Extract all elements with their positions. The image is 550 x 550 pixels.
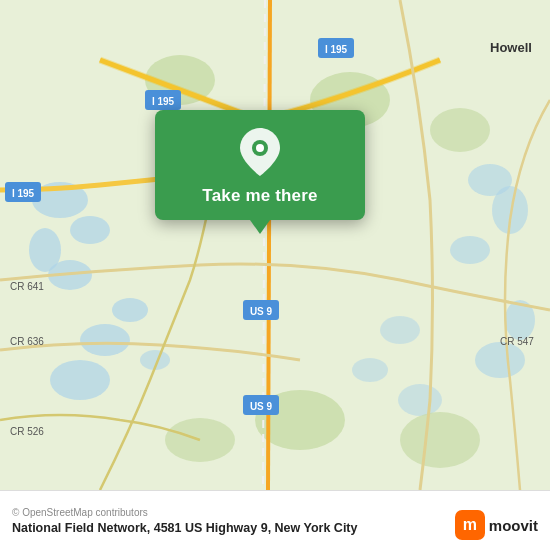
popup-card[interactable]: Take me there	[155, 110, 365, 220]
svg-text:I 195: I 195	[325, 44, 348, 55]
svg-point-11	[450, 236, 490, 264]
moovit-icon: m	[455, 510, 485, 540]
svg-text:CR 526: CR 526	[10, 426, 44, 437]
location-name: National Field Network, 4581 US Highway …	[12, 521, 432, 535]
svg-point-14	[380, 316, 420, 344]
svg-point-39	[256, 144, 264, 152]
map-container: I 195 I 195 I 195 US 9 US 9 CR 641 CR 63…	[0, 0, 550, 490]
svg-point-2	[70, 216, 110, 244]
svg-point-7	[50, 360, 110, 400]
svg-point-5	[112, 298, 148, 322]
svg-text:CR 641: CR 641	[10, 281, 44, 292]
svg-text:US 9: US 9	[250, 401, 273, 412]
svg-point-16	[398, 384, 442, 416]
moovit-logo: m moovit	[455, 510, 538, 540]
location-pin-icon	[236, 128, 284, 176]
map-background: I 195 I 195 I 195 US 9 US 9 CR 641 CR 63…	[0, 0, 550, 490]
svg-text:I 195: I 195	[152, 96, 175, 107]
svg-point-22	[400, 412, 480, 468]
svg-point-19	[430, 108, 490, 152]
take-me-there-label: Take me there	[202, 186, 317, 206]
bottom-bar: © OpenStreetMap contributors National Fi…	[0, 490, 550, 550]
moovit-text: moovit	[489, 517, 538, 534]
svg-text:US 9: US 9	[250, 306, 273, 317]
svg-point-6	[80, 324, 130, 356]
svg-text:CR 547: CR 547	[500, 336, 534, 347]
svg-point-13	[475, 342, 525, 378]
svg-text:I 195: I 195	[12, 188, 35, 199]
svg-text:Howell: Howell	[490, 40, 532, 55]
svg-point-15	[352, 358, 388, 382]
svg-text:CR 636: CR 636	[10, 336, 44, 347]
